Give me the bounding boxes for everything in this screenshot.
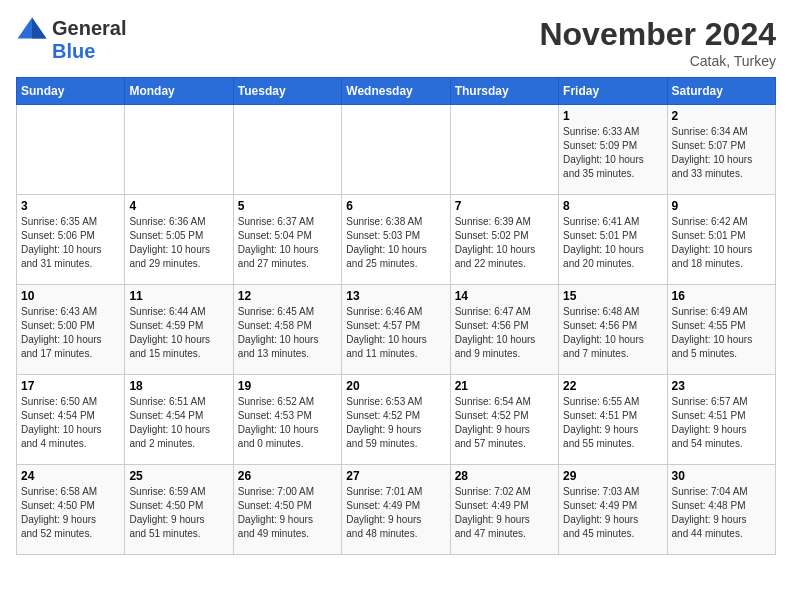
day-number: 9 [672, 199, 771, 213]
calendar-cell: 16Sunrise: 6:49 AM Sunset: 4:55 PM Dayli… [667, 285, 775, 375]
logo-icon [16, 16, 48, 40]
calendar-cell: 14Sunrise: 6:47 AM Sunset: 4:56 PM Dayli… [450, 285, 558, 375]
day-info: Sunrise: 6:54 AM Sunset: 4:52 PM Dayligh… [455, 395, 554, 451]
day-number: 17 [21, 379, 120, 393]
day-number: 28 [455, 469, 554, 483]
day-number: 7 [455, 199, 554, 213]
day-info: Sunrise: 6:42 AM Sunset: 5:01 PM Dayligh… [672, 215, 771, 271]
calendar-cell: 10Sunrise: 6:43 AM Sunset: 5:00 PM Dayli… [17, 285, 125, 375]
calendar-cell: 28Sunrise: 7:02 AM Sunset: 4:49 PM Dayli… [450, 465, 558, 555]
day-number: 22 [563, 379, 662, 393]
day-number: 3 [21, 199, 120, 213]
week-row-1: 1Sunrise: 6:33 AM Sunset: 5:09 PM Daylig… [17, 105, 776, 195]
calendar-cell: 4Sunrise: 6:36 AM Sunset: 5:05 PM Daylig… [125, 195, 233, 285]
day-info: Sunrise: 6:36 AM Sunset: 5:05 PM Dayligh… [129, 215, 228, 271]
day-number: 25 [129, 469, 228, 483]
weekday-wednesday: Wednesday [342, 78, 450, 105]
calendar-cell [233, 105, 341, 195]
calendar-cell: 22Sunrise: 6:55 AM Sunset: 4:51 PM Dayli… [559, 375, 667, 465]
day-number: 2 [672, 109, 771, 123]
week-row-2: 3Sunrise: 6:35 AM Sunset: 5:06 PM Daylig… [17, 195, 776, 285]
day-number: 8 [563, 199, 662, 213]
calendar-cell: 18Sunrise: 6:51 AM Sunset: 4:54 PM Dayli… [125, 375, 233, 465]
day-info: Sunrise: 7:04 AM Sunset: 4:48 PM Dayligh… [672, 485, 771, 541]
day-number: 23 [672, 379, 771, 393]
day-number: 26 [238, 469, 337, 483]
weekday-sunday: Sunday [17, 78, 125, 105]
day-info: Sunrise: 6:45 AM Sunset: 4:58 PM Dayligh… [238, 305, 337, 361]
weekday-monday: Monday [125, 78, 233, 105]
calendar-cell: 15Sunrise: 6:48 AM Sunset: 4:56 PM Dayli… [559, 285, 667, 375]
day-info: Sunrise: 7:02 AM Sunset: 4:49 PM Dayligh… [455, 485, 554, 541]
day-info: Sunrise: 7:01 AM Sunset: 4:49 PM Dayligh… [346, 485, 445, 541]
day-info: Sunrise: 7:03 AM Sunset: 4:49 PM Dayligh… [563, 485, 662, 541]
day-number: 13 [346, 289, 445, 303]
day-info: Sunrise: 6:48 AM Sunset: 4:56 PM Dayligh… [563, 305, 662, 361]
calendar-cell [17, 105, 125, 195]
day-info: Sunrise: 6:52 AM Sunset: 4:53 PM Dayligh… [238, 395, 337, 451]
calendar-cell: 7Sunrise: 6:39 AM Sunset: 5:02 PM Daylig… [450, 195, 558, 285]
calendar-cell: 17Sunrise: 6:50 AM Sunset: 4:54 PM Dayli… [17, 375, 125, 465]
day-number: 18 [129, 379, 228, 393]
day-info: Sunrise: 6:51 AM Sunset: 4:54 PM Dayligh… [129, 395, 228, 451]
calendar-cell: 30Sunrise: 7:04 AM Sunset: 4:48 PM Dayli… [667, 465, 775, 555]
calendar-cell: 21Sunrise: 6:54 AM Sunset: 4:52 PM Dayli… [450, 375, 558, 465]
day-info: Sunrise: 6:35 AM Sunset: 5:06 PM Dayligh… [21, 215, 120, 271]
title-area: November 2024 Catak, Turkey [539, 16, 776, 69]
day-info: Sunrise: 6:47 AM Sunset: 4:56 PM Dayligh… [455, 305, 554, 361]
weekday-friday: Friday [559, 78, 667, 105]
day-number: 27 [346, 469, 445, 483]
day-number: 12 [238, 289, 337, 303]
day-number: 20 [346, 379, 445, 393]
day-info: Sunrise: 6:43 AM Sunset: 5:00 PM Dayligh… [21, 305, 120, 361]
day-number: 19 [238, 379, 337, 393]
day-info: Sunrise: 6:46 AM Sunset: 4:57 PM Dayligh… [346, 305, 445, 361]
day-info: Sunrise: 6:44 AM Sunset: 4:59 PM Dayligh… [129, 305, 228, 361]
calendar-cell: 11Sunrise: 6:44 AM Sunset: 4:59 PM Dayli… [125, 285, 233, 375]
week-row-5: 24Sunrise: 6:58 AM Sunset: 4:50 PM Dayli… [17, 465, 776, 555]
day-number: 11 [129, 289, 228, 303]
day-info: Sunrise: 6:58 AM Sunset: 4:50 PM Dayligh… [21, 485, 120, 541]
svg-marker-1 [32, 18, 46, 39]
calendar-cell: 2Sunrise: 6:34 AM Sunset: 5:07 PM Daylig… [667, 105, 775, 195]
calendar-cell: 8Sunrise: 6:41 AM Sunset: 5:01 PM Daylig… [559, 195, 667, 285]
day-info: Sunrise: 6:33 AM Sunset: 5:09 PM Dayligh… [563, 125, 662, 181]
day-info: Sunrise: 6:39 AM Sunset: 5:02 PM Dayligh… [455, 215, 554, 271]
location: Catak, Turkey [539, 53, 776, 69]
day-info: Sunrise: 6:57 AM Sunset: 4:51 PM Dayligh… [672, 395, 771, 451]
week-row-3: 10Sunrise: 6:43 AM Sunset: 5:00 PM Dayli… [17, 285, 776, 375]
weekday-tuesday: Tuesday [233, 78, 341, 105]
calendar-header: SundayMondayTuesdayWednesdayThursdayFrid… [17, 78, 776, 105]
day-number: 14 [455, 289, 554, 303]
header: General Blue November 2024 Catak, Turkey [16, 16, 776, 69]
calendar-cell: 19Sunrise: 6:52 AM Sunset: 4:53 PM Dayli… [233, 375, 341, 465]
day-number: 30 [672, 469, 771, 483]
day-number: 5 [238, 199, 337, 213]
day-number: 16 [672, 289, 771, 303]
day-number: 15 [563, 289, 662, 303]
day-number: 6 [346, 199, 445, 213]
calendar-cell [125, 105, 233, 195]
day-info: Sunrise: 6:59 AM Sunset: 4:50 PM Dayligh… [129, 485, 228, 541]
calendar: SundayMondayTuesdayWednesdayThursdayFrid… [16, 77, 776, 555]
calendar-cell: 6Sunrise: 6:38 AM Sunset: 5:03 PM Daylig… [342, 195, 450, 285]
calendar-cell [450, 105, 558, 195]
calendar-cell: 24Sunrise: 6:58 AM Sunset: 4:50 PM Dayli… [17, 465, 125, 555]
calendar-cell: 27Sunrise: 7:01 AM Sunset: 4:49 PM Dayli… [342, 465, 450, 555]
day-info: Sunrise: 6:41 AM Sunset: 5:01 PM Dayligh… [563, 215, 662, 271]
day-info: Sunrise: 6:53 AM Sunset: 4:52 PM Dayligh… [346, 395, 445, 451]
weekday-header-row: SundayMondayTuesdayWednesdayThursdayFrid… [17, 78, 776, 105]
calendar-cell: 5Sunrise: 6:37 AM Sunset: 5:04 PM Daylig… [233, 195, 341, 285]
logo-blue: Blue [52, 40, 95, 63]
day-info: Sunrise: 6:34 AM Sunset: 5:07 PM Dayligh… [672, 125, 771, 181]
day-number: 24 [21, 469, 120, 483]
day-number: 29 [563, 469, 662, 483]
calendar-cell: 1Sunrise: 6:33 AM Sunset: 5:09 PM Daylig… [559, 105, 667, 195]
calendar-cell: 9Sunrise: 6:42 AM Sunset: 5:01 PM Daylig… [667, 195, 775, 285]
calendar-cell: 20Sunrise: 6:53 AM Sunset: 4:52 PM Dayli… [342, 375, 450, 465]
calendar-cell: 13Sunrise: 6:46 AM Sunset: 4:57 PM Dayli… [342, 285, 450, 375]
calendar-cell: 26Sunrise: 7:00 AM Sunset: 4:50 PM Dayli… [233, 465, 341, 555]
weekday-saturday: Saturday [667, 78, 775, 105]
calendar-cell: 25Sunrise: 6:59 AM Sunset: 4:50 PM Dayli… [125, 465, 233, 555]
day-number: 10 [21, 289, 120, 303]
